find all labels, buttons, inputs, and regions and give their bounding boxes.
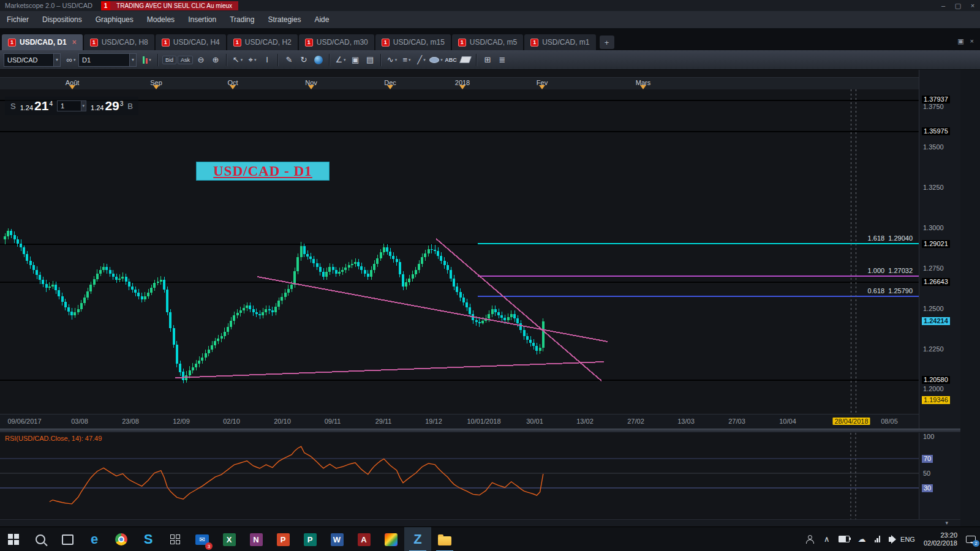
- shapes-tool-button[interactable]: ▾: [429, 53, 443, 67]
- trendline[interactable]: [175, 362, 604, 378]
- excel-button[interactable]: X: [216, 527, 243, 551]
- trading-alert-banner[interactable]: 1 TRADING AVEC UN SEUL CLIC Au mieux: [101, 1, 238, 10]
- gridlines-button[interactable]: ≡ ▾: [400, 53, 413, 67]
- outlook-button[interactable]: ✉3: [189, 527, 216, 551]
- menu-item-dispositions[interactable]: Dispositions: [36, 15, 89, 24]
- crosshair-icon: ⌖: [249, 55, 253, 65]
- clock[interactable]: 23:20 02/02/2018: [919, 527, 962, 551]
- trading-station-button[interactable]: Z: [404, 527, 431, 551]
- text-label-tool-button[interactable]: ABC: [444, 53, 458, 67]
- chart-type-button[interactable]: ▾: [140, 53, 154, 67]
- volume-button[interactable]: [884, 527, 896, 551]
- new-chart-button[interactable]: +: [600, 36, 614, 49]
- people-button[interactable]: [801, 527, 820, 551]
- price-axis[interactable]: 1.37501.35001.32501.30001.27501.25001.22…: [919, 70, 960, 527]
- powerpoint-button[interactable]: P: [270, 527, 296, 551]
- tab-close-icon[interactable]: ×: [72, 38, 77, 47]
- search-button[interactable]: [27, 527, 54, 551]
- chart-plot[interactable]: S 1.24 21 4 1 ▾ 1.24 29 3 B USD/CAD - D1…: [0, 89, 919, 414]
- network-button[interactable]: [870, 527, 885, 551]
- edge-button[interactable]: e: [81, 527, 108, 551]
- measure-tool-button[interactable]: ∠ ▾: [334, 53, 347, 67]
- menu-item-modeles[interactable]: Modeles: [140, 15, 181, 24]
- onenote-button[interactable]: N: [243, 527, 270, 551]
- amount-input[interactable]: 1 ▾: [57, 100, 86, 111]
- start-button[interactable]: [0, 527, 27, 551]
- title-bar: Marketscope 2.0 – USD/CAD 1 TRADING AVEC…: [0, 0, 980, 11]
- onedrive-button[interactable]: ☁: [854, 527, 870, 551]
- float-window-icon[interactable]: ▣: [957, 37, 963, 45]
- list-icon: ≣: [499, 55, 506, 64]
- app-grid-icon: [170, 534, 180, 544]
- tray-expand-button[interactable]: ∧: [820, 527, 834, 551]
- tab-usd-cad-m15[interactable]: 1USD/CAD, m15: [375, 34, 451, 50]
- chevron-down-icon[interactable]: ▾: [81, 101, 86, 111]
- tab-usd-cad-m30[interactable]: 1USD/CAD, m30: [299, 34, 374, 50]
- text-cursor-button[interactable]: I: [260, 53, 274, 67]
- toolbar: USD/CAD ▾ ∞ ▾ D1 ▾ ▾ Bid Ask ⊖ ⊕ ↖ ▾ ⌖ ▾…: [0, 50, 980, 70]
- toolbar-separator: [476, 54, 477, 66]
- export-image-button[interactable]: ▤: [363, 53, 377, 67]
- menu-item-aide[interactable]: Aide: [307, 15, 336, 24]
- buy-price-button[interactable]: 1.24 29 3: [91, 99, 123, 113]
- ask-button[interactable]: Ask: [178, 56, 193, 64]
- file-explorer-button[interactable]: [431, 527, 458, 551]
- publisher-button[interactable]: P: [296, 527, 323, 551]
- month-ruler[interactable]: AoûtSepOctNovDec2018FevMars: [0, 77, 919, 91]
- annotate-button[interactable]: ✎: [282, 53, 296, 67]
- sell-price-button[interactable]: 1.24 21 4: [20, 99, 53, 113]
- layout-button[interactable]: ⊞: [481, 53, 494, 67]
- word-button[interactable]: W: [323, 527, 350, 551]
- bid-button[interactable]: Bid: [162, 56, 176, 64]
- trendline-tool-button[interactable]: ╱ ▾: [415, 53, 428, 67]
- chrome-button[interactable]: [108, 527, 135, 551]
- tab-usd-cad-d1[interactable]: 1USD/CAD, D1×: [2, 34, 83, 50]
- tab-usd-cad-m1[interactable]: 1USD/CAD, m1: [524, 34, 595, 50]
- period-select[interactable]: D1 ▾: [78, 53, 137, 67]
- toolbar-separator: [277, 54, 279, 66]
- zoom-in-button[interactable]: ⊕: [209, 53, 222, 67]
- symbol-select[interactable]: USD/CAD ▾: [4, 53, 61, 67]
- window-title: Marketscope 2.0 – USD/CAD: [5, 2, 92, 9]
- outlook-badge: 3: [205, 542, 213, 550]
- zoom-out-button[interactable]: ⊖: [194, 53, 208, 67]
- trendline[interactable]: [436, 239, 601, 381]
- language-indicator[interactable]: ENG: [896, 527, 919, 551]
- list-button[interactable]: ≣: [496, 53, 509, 67]
- tab-area-close-icon[interactable]: ×: [970, 37, 974, 45]
- maximize-icon[interactable]: ▢: [951, 2, 965, 10]
- panel-splitter[interactable]: [0, 429, 960, 433]
- indicators-button[interactable]: ∿ ▾: [385, 53, 399, 67]
- refresh-button[interactable]: ↻: [297, 53, 311, 67]
- taskbar: eS✉3XNPPWAZ ∧ ☁ ENG 23:20 02/02/2018 2: [0, 527, 980, 551]
- menu-item-strategies[interactable]: Strategies: [261, 15, 307, 24]
- rsi-panel[interactable]: RSI(USD/CAD.Close, 14): 47.49: [0, 433, 919, 519]
- menu-item-graphiques[interactable]: Graphiques: [89, 15, 140, 24]
- crosshair-tool-button[interactable]: ⌖ ▾: [246, 53, 259, 67]
- skype-button[interactable]: S: [135, 527, 162, 551]
- tab-usd-cad-h2[interactable]: 1USD/CAD, H2: [227, 34, 298, 50]
- pointer-tool-button[interactable]: ↖ ▾: [231, 53, 244, 67]
- tab-usd-cad-h4[interactable]: 1USD/CAD, H4: [156, 34, 226, 50]
- web-button[interactable]: [312, 53, 325, 67]
- menu-item-fichier[interactable]: Fichier: [0, 15, 36, 24]
- tab-usd-cad-m5[interactable]: 1USD/CAD, m5: [452, 34, 523, 50]
- photos-button[interactable]: [377, 527, 404, 551]
- minimize-icon[interactable]: –: [936, 2, 951, 10]
- link-charts-button[interactable]: ∞ ▾: [64, 53, 78, 67]
- snapshot-button[interactable]: ▣: [349, 53, 362, 67]
- app-grid-button[interactable]: [162, 527, 189, 551]
- collapse-panel-icon[interactable]: ▾: [945, 520, 948, 526]
- menu-item-trading[interactable]: Trading: [223, 15, 261, 24]
- chart-title-overlay[interactable]: USD/CAD - D1: [196, 162, 330, 181]
- acrobat-button[interactable]: A: [350, 527, 377, 551]
- menu-item-insertion[interactable]: Insertion: [181, 15, 223, 24]
- eraser-button[interactable]: [459, 53, 472, 67]
- action-center-button[interactable]: 2: [962, 527, 980, 551]
- trendline[interactable]: [257, 277, 608, 342]
- task-view-button[interactable]: [54, 527, 81, 551]
- tab-usd-cad-h8[interactable]: 1USD/CAD, H8: [84, 34, 154, 50]
- close-icon[interactable]: ×: [965, 2, 980, 10]
- date-axis[interactable]: 09/06/201703/0823/0812/0902/1020/1009/11…: [0, 414, 919, 429]
- battery-button[interactable]: [834, 527, 854, 551]
